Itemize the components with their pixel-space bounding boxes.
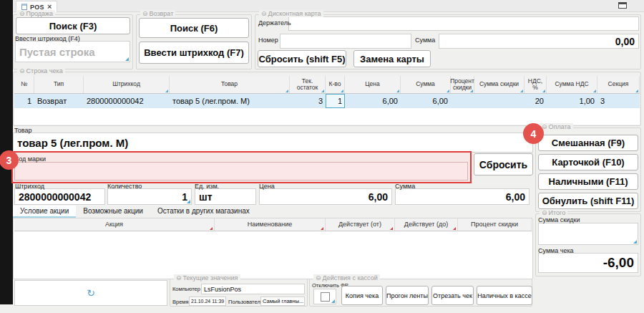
sale-section-label: ⊖Продажа — [17, 10, 55, 17]
total-discount-label: Сумма скидки — [538, 216, 580, 223]
receipt-line-section: ⊖Строка чека № Тип Штрихкод Товар Тек. о… — [13, 72, 641, 126]
card-sum-input[interactable]: 0,00 — [439, 34, 639, 49]
receipt-sum-field[interactable]: -6,00 — [538, 253, 638, 273]
card-number-label: Номер — [258, 37, 278, 44]
col-header-qty[interactable]: К-во — [326, 76, 345, 93]
cell-vat-sum[interactable]: 1,00 — [547, 94, 597, 108]
sale-barcode-input[interactable]: Пустая строка — [15, 41, 130, 62]
annotation-marker-3: 3 — [0, 150, 19, 170]
pos-window: POS × ⊖Продажа Поиск (F3) Ввести штрихко… — [0, 0, 644, 313]
item-barcode-field[interactable]: 2800000000042 — [14, 188, 105, 205]
return-section-label: ⊖Возврат — [140, 10, 175, 17]
refresh-icon[interactable]: ↻ — [87, 287, 95, 299]
product-field[interactable]: товар 5 (лег.пром. М) — [13, 133, 533, 153]
collapse-icon[interactable]: ⊖ — [142, 11, 148, 17]
cash-actions-title: Действия с кассой — [323, 274, 378, 281]
col-header-discount-sum[interactable]: Сумма скидки — [474, 76, 525, 93]
col-header-num[interactable]: № — [14, 76, 34, 93]
discount-card-title: Дисконтная карта — [268, 10, 321, 17]
cell-vat-pct[interactable]: 20 — [525, 94, 547, 108]
computer-field[interactable]: LsFusionPos — [201, 284, 305, 294]
tab-promo-possible[interactable]: Возможные акции — [76, 206, 150, 218]
total-discount-field[interactable] — [538, 223, 638, 245]
col-header-type[interactable]: Тип — [34, 76, 84, 93]
collapse-icon[interactable]: ⊖ — [19, 11, 25, 17]
return-search-button[interactable]: Поиск (F6) — [139, 18, 249, 38]
sale-search-button[interactable]: Поиск (F3) — [16, 17, 130, 34]
tab-other-store-stock[interactable]: Остатки в других магазинах — [150, 206, 257, 218]
col-header-vat-pct[interactable]: НДС, % — [525, 76, 547, 93]
collapse-icon[interactable]: ⊖ — [261, 11, 267, 17]
cell-sum[interactable]: 6,00 — [401, 94, 451, 108]
tape-run-button[interactable]: Прогон ленты — [386, 286, 429, 305]
cell-stock[interactable]: 3 — [290, 94, 326, 108]
card-holder-label: Держатель — [258, 19, 291, 27]
current-values-section-label: ⊖Текущие значения — [174, 274, 240, 281]
disable-fr-checkbox-wrap — [313, 289, 336, 304]
item-unit-field[interactable]: шт — [195, 188, 256, 205]
collapse-icon[interactable]: ⊖ — [316, 275, 321, 281]
cell-num[interactable]: 1 — [14, 94, 34, 108]
cell-type[interactable]: Возврат — [34, 94, 84, 108]
receipt-header-row: № Тип Штрихкод Товар Тек. остаток К-во Ц… — [14, 76, 640, 94]
card-holder-input[interactable] — [288, 16, 639, 31]
pay-card-button[interactable]: Карточкой (F10) — [538, 154, 638, 170]
col-header-product[interactable]: Товар — [170, 76, 290, 93]
cell-section[interactable]: 3 — [597, 94, 640, 108]
col-header-promo[interactable]: Акция — [14, 218, 215, 231]
item-reset-button[interactable]: Сбросить — [474, 153, 533, 175]
item-price-field[interactable]: 6,00 — [259, 188, 392, 205]
collapse-icon[interactable]: ⊖ — [542, 210, 547, 216]
tab-bar: POS × — [13, 0, 644, 12]
refresh-panel[interactable]: ↻ — [14, 280, 167, 306]
col-header-valid-from[interactable]: Действует (от) — [326, 218, 395, 231]
col-header-valid-to[interactable]: Действует (до) — [395, 218, 458, 231]
col-header-discount-percent[interactable]: Процент скидки — [458, 218, 532, 231]
col-header-section[interactable]: Секция — [597, 76, 640, 93]
receipt-copy-button[interactable]: Копия чека — [341, 286, 383, 305]
card-replace-button[interactable]: Замена карты — [353, 50, 431, 67]
cell-discount-pct[interactable] — [451, 94, 474, 108]
cash-in-drawer-button[interactable]: Наличных в кассе — [477, 286, 532, 305]
tab-title: POS — [30, 4, 44, 11]
col-header-discount-pct[interactable]: Процент скидки — [451, 76, 474, 93]
cell-discount-sum[interactable] — [474, 94, 525, 108]
cell-product[interactable]: товар 5 (лег.пром. М) — [170, 94, 290, 108]
pay-cash-button[interactable]: Наличными (F11) — [538, 173, 638, 190]
return-barcode-button[interactable]: Ввести штрихкод (F7) — [139, 42, 249, 64]
restore-window-icon[interactable] — [618, 2, 627, 9]
card-sum-label: Сумма — [415, 37, 435, 44]
cut-receipt-button[interactable]: Отрезать чек — [431, 286, 474, 305]
cell-qty-selected[interactable]: 1 — [326, 94, 345, 108]
item-quantity-field[interactable]: 1 — [107, 188, 192, 205]
receipt-line-section-label: ⊖Строка чека — [17, 67, 65, 74]
annotation-marker-4: 4 — [523, 123, 544, 144]
user-field[interactable]: Самый главны... — [260, 297, 305, 306]
cell-barcode[interactable]: 2800000000042 — [84, 94, 170, 108]
tab-promo-conditions[interactable]: Условие акции — [13, 206, 76, 218]
close-tab-icon[interactable]: × — [47, 4, 52, 10]
cell-price[interactable]: 6,00 — [345, 94, 401, 108]
receipt-table-empty-area — [14, 108, 640, 125]
promo-header-row: Акция Наименование Действует (от) Действ… — [14, 218, 532, 231]
pay-void-button[interactable]: Обнулить (shift F11) — [538, 193, 638, 209]
collapse-icon[interactable]: ⊖ — [176, 275, 182, 281]
col-header-vat-sum[interactable]: Сумма НДС — [547, 76, 597, 93]
product-label: Товар — [14, 127, 32, 134]
col-header-name[interactable]: Наименование — [215, 218, 326, 231]
current-values-title: Текущие значения — [183, 274, 238, 281]
col-header-stock[interactable]: Тек. остаток — [290, 76, 326, 93]
receipt-row[interactable]: 1 Возврат 2800000000042 товар 5 (лег.про… — [14, 94, 640, 108]
mark-code-input[interactable] — [14, 162, 468, 180]
collapse-icon[interactable]: ⊖ — [19, 68, 25, 74]
col-header-barcode[interactable]: Штрихкод — [84, 76, 170, 93]
card-number-input[interactable] — [280, 34, 411, 49]
col-header-sum[interactable]: Сумма — [401, 76, 451, 93]
item-sum-field[interactable]: 6,00 — [395, 188, 530, 205]
pay-mixed-button[interactable]: Смешанная (F9) — [538, 135, 638, 151]
time-field[interactable]: 21.10.24 11:39 — [189, 297, 226, 306]
item-barcode-label: Штрихкод — [15, 183, 44, 190]
col-header-price[interactable]: Цена — [345, 76, 401, 93]
disable-fr-checkbox[interactable] — [321, 292, 330, 302]
card-reset-button[interactable]: Сбросить (shift F5) — [258, 50, 346, 67]
